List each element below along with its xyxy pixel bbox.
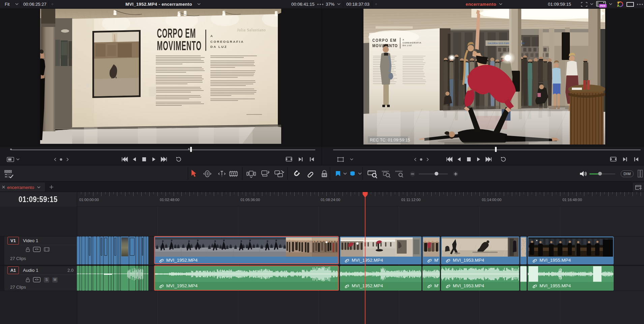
svg-text:COREOGRAFIA: COREOGRAFIA [210, 40, 244, 43]
svg-text:REC TC: 01:09:59:15: REC TC: 01:09:59:15 [370, 138, 410, 142]
svg-text:MOVIMENTO: MOVIMENTO [157, 38, 202, 53]
svg-text:DA LUZ: DA LUZ [210, 45, 227, 48]
svg-text:A: A [403, 39, 404, 41]
svg-text:PXY: PXY [600, 4, 605, 7]
svg-text:Julia Salustiano: Julia Salustiano [237, 28, 266, 32]
svg-text:DA LUZ: DA LUZ [403, 44, 412, 46]
svg-text:COREOGRAFIA: COREOGRAFIA [403, 42, 421, 44]
svg-text:CORPO EM: CORPO EM [372, 38, 397, 43]
svg-text:A: A [210, 34, 213, 38]
